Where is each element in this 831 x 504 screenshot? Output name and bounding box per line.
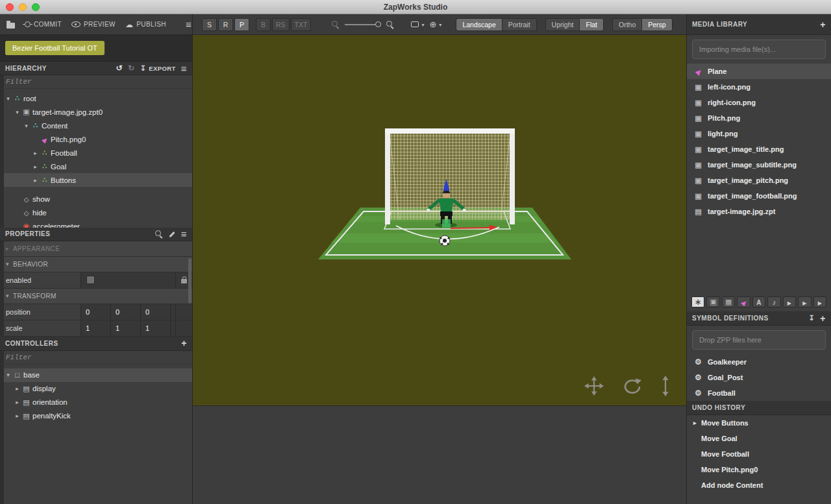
- media-filter-button[interactable]: [813, 296, 826, 307]
- tree-node[interactable]: ▾ target-image.jpg.zpt0: [0, 105, 192, 119]
- media-item[interactable]: left-icon.png: [687, 79, 831, 95]
- value-y-field[interactable]: 1: [111, 320, 141, 336]
- media-item[interactable]: target-image.jpg.zpt: [687, 204, 831, 219]
- chevron-icon[interactable]: ▾: [22, 123, 31, 129]
- tree-node[interactable]: Pitch.png0: [0, 132, 192, 146]
- media-filter-button[interactable]: [783, 296, 796, 307]
- tree-node[interactable]: hide: [0, 206, 192, 219]
- controller-item[interactable]: ▸ penaltyKick: [0, 409, 192, 423]
- value-x-field[interactable]: 1: [81, 320, 111, 336]
- rotate-tool-icon[interactable]: [622, 378, 643, 395]
- lock-icon[interactable]: [181, 279, 187, 283]
- section-appearance[interactable]: ▸APPEARANCE: [0, 241, 192, 257]
- publish-button[interactable]: PUBLISH: [125, 21, 166, 29]
- chevron-icon[interactable]: ▾: [13, 109, 21, 115]
- mode-button[interactable]: R: [218, 18, 233, 31]
- undo-history-item[interactable]: ▸ Move Buttons: [687, 415, 831, 431]
- menu-icon[interactable]: [186, 19, 192, 29]
- export-button[interactable]: EXPORT: [140, 65, 176, 72]
- tree-node[interactable]: ▸ Buttons: [0, 173, 192, 187]
- media-item[interactable]: target_image_football.png: [687, 188, 831, 204]
- commit-button[interactable]: COMMIT: [25, 21, 62, 28]
- media-filter-button[interactable]: [722, 296, 735, 307]
- undo-history-item[interactable]: Move Pitch.png0: [687, 462, 831, 477]
- zoom-in-icon[interactable]: [386, 21, 394, 29]
- controller-item[interactable]: ▸ display: [0, 382, 192, 396]
- chevron-icon[interactable]: ▸: [31, 150, 40, 156]
- section-behavior[interactable]: ▾BEHAVIOR: [0, 257, 192, 272]
- controllers-filter-input[interactable]: Filter: [0, 351, 192, 365]
- media-item[interactable]: Plane: [687, 64, 831, 79]
- tree-node[interactable]: show: [0, 192, 192, 206]
- tree-node[interactable]: ▾ Content: [0, 119, 192, 132]
- hierarchy-filter-input[interactable]: Filter: [0, 75, 192, 89]
- view-toggle-button[interactable]: Landscape: [456, 18, 501, 31]
- chevron-icon[interactable]: ▸: [13, 385, 21, 392]
- undo-history-item[interactable]: Add node Content: [687, 477, 831, 493]
- view-toggle-button[interactable]: Upright: [545, 18, 580, 31]
- media-filter-button[interactable]: [767, 296, 780, 307]
- project-badge[interactable]: Bezier Football Tutorial OT: [5, 41, 105, 55]
- undo-icon[interactable]: [116, 64, 123, 72]
- undo-history-item[interactable]: Move Football: [687, 446, 831, 462]
- move-tool-icon[interactable]: [584, 376, 604, 396]
- tree-node[interactable]: ▾ root: [0, 91, 192, 105]
- hierarchy-menu-icon[interactable]: [181, 64, 187, 73]
- files-button[interactable]: [6, 21, 15, 29]
- enabled-checkbox[interactable]: [86, 276, 95, 284]
- media-item[interactable]: Pitch.png: [687, 110, 831, 126]
- symbol-item[interactable]: Goalkeeper: [687, 354, 831, 370]
- properties-menu-icon[interactable]: [181, 229, 187, 239]
- chevron-icon[interactable]: ▸: [13, 413, 21, 419]
- media-filter-button[interactable]: [752, 296, 765, 307]
- view-toggle-button[interactable]: Persp: [641, 18, 672, 31]
- zpp-dropzone[interactable]: Drop ZPP files here: [692, 330, 826, 350]
- media-import-dropzone[interactable]: Importing media file(s)...: [692, 40, 826, 59]
- mode-button[interactable]: TXT: [291, 18, 312, 31]
- mode-button[interactable]: RS: [272, 18, 290, 31]
- close-button[interactable]: [6, 3, 14, 11]
- device-dropdown[interactable]: [408, 21, 427, 28]
- undo-history-item[interactable]: Move Goal: [687, 431, 831, 446]
- zoom-button[interactable]: [32, 3, 40, 11]
- value-x-field[interactable]: 0: [81, 304, 111, 320]
- scrollbar-thumb[interactable]: [188, 258, 192, 304]
- media-filter-button[interactable]: [691, 296, 704, 307]
- media-item[interactable]: target_image_pitch.png: [687, 173, 831, 188]
- minimize-button[interactable]: [19, 3, 27, 11]
- add-symbol-icon[interactable]: [820, 314, 826, 323]
- value-z-field[interactable]: 0: [141, 304, 171, 320]
- media-item[interactable]: right-icon.png: [687, 95, 831, 110]
- tree-node[interactable]: ▸ Goal: [0, 160, 192, 173]
- mode-button[interactable]: B: [256, 18, 271, 31]
- symbol-item[interactable]: Football: [687, 385, 831, 401]
- world-dropdown[interactable]: [427, 20, 444, 29]
- zoom-slider[interactable]: [345, 24, 381, 25]
- view-toggle-button[interactable]: Portrait: [502, 18, 537, 31]
- redo-icon[interactable]: [128, 64, 135, 72]
- tree-node[interactable]: accelerometer: [0, 219, 192, 228]
- mode-button[interactable]: P: [234, 18, 249, 31]
- media-item[interactable]: target_image_title.png: [687, 141, 831, 157]
- viewport[interactable]: [193, 35, 686, 405]
- chevron-icon[interactable]: ▸: [31, 163, 40, 170]
- view-toggle-button[interactable]: Ortho: [612, 18, 641, 31]
- zoom-slider-knob[interactable]: [375, 21, 381, 27]
- media-item[interactable]: light.png: [687, 126, 831, 141]
- chevron-icon[interactable]: ▾: [4, 95, 12, 102]
- mode-button[interactable]: S: [202, 18, 217, 31]
- media-filter-button[interactable]: [706, 296, 719, 307]
- viewport-scene[interactable]: [193, 35, 686, 405]
- edit-icon[interactable]: [168, 230, 176, 238]
- preview-button[interactable]: PREVIEW: [71, 21, 116, 28]
- media-item[interactable]: target_image_subtitle.png: [687, 157, 831, 173]
- view-toggle-button[interactable]: Flat: [579, 18, 604, 31]
- add-controller-icon[interactable]: [181, 339, 187, 348]
- tree-node[interactable]: ▸ Football: [0, 146, 192, 160]
- section-transform[interactable]: ▾TRANSFORM: [0, 289, 192, 304]
- controller-item[interactable]: ▸ orientation: [0, 396, 192, 409]
- scale-tool-icon[interactable]: [661, 376, 670, 396]
- chevron-icon[interactable]: ▸: [31, 177, 40, 184]
- media-filter-button[interactable]: [737, 296, 750, 307]
- chevron-icon[interactable]: ▾: [4, 372, 12, 378]
